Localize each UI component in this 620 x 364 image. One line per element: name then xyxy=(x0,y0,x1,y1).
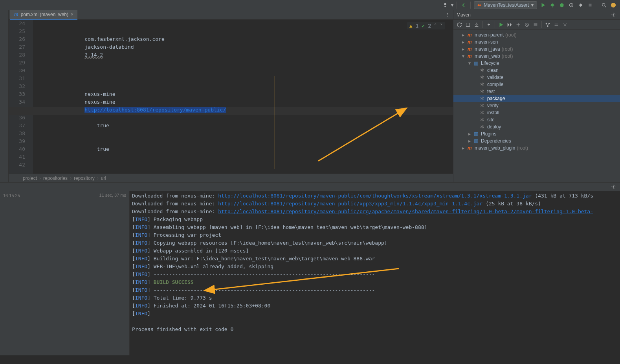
close-icon[interactable]: × xyxy=(71,12,73,17)
code-line[interactable] xyxy=(33,153,453,161)
console-line: [INFO] Processing war project xyxy=(132,231,618,239)
svg-rect-6 xyxy=(466,23,470,26)
chevron-up-icon[interactable]: ˄ xyxy=(434,23,437,29)
maven-tree-item[interactable]: ▸▥Plugins xyxy=(453,130,620,137)
code-line[interactable]: http://localhost:8081/repository/maven-p… xyxy=(33,106,453,114)
tree-label: compile xyxy=(487,82,503,87)
collapse-icon[interactable] xyxy=(553,21,560,28)
code-line[interactable] xyxy=(33,82,453,90)
show-deps-icon[interactable] xyxy=(544,21,551,28)
debug-icon[interactable] xyxy=(549,2,556,9)
code-line[interactable] xyxy=(33,161,453,169)
code-line[interactable] xyxy=(33,75,453,82)
breadcrumbs[interactable]: project›repositories›repository›url xyxy=(9,174,453,182)
console-line: [INFO] BUILD SUCCESS xyxy=(132,278,618,286)
console-line: [INFO] ---------------------------------… xyxy=(132,310,618,318)
tab-pom-xml[interactable]: m pom.xml (maven_web) × xyxy=(10,10,77,20)
hide-tool-icon[interactable]: — xyxy=(0,10,8,20)
maven-tree[interactable]: ▸mmaven-parent (root)▸mmaven-son▸mmaven_… xyxy=(453,30,620,182)
code-line[interactable] xyxy=(33,67,453,75)
breadcrumb-item[interactable]: repositories xyxy=(43,176,68,181)
toggle-icon[interactable] xyxy=(515,21,522,28)
stop-icon[interactable] xyxy=(587,2,594,9)
code-line[interactable] xyxy=(33,59,453,67)
svg-point-10 xyxy=(547,25,548,27)
vcs-icon[interactable] xyxy=(442,2,449,9)
maven-tree-item[interactable]: ▸▥Dependencies xyxy=(453,137,620,145)
console-line: [INFO] Finished at: 2024-01-16T15:25:03+… xyxy=(132,302,618,310)
maven-module-icon: m xyxy=(468,145,473,151)
console-output[interactable]: Downloaded from nexus-mine: http://local… xyxy=(130,191,620,355)
code-line[interactable] xyxy=(33,130,453,137)
code-line[interactable]: jackson-databind xyxy=(33,43,453,51)
gear-icon[interactable] xyxy=(610,11,617,18)
tree-label: site xyxy=(487,117,495,123)
chevron-down-icon[interactable]: ˅ xyxy=(440,23,443,29)
search-icon[interactable] xyxy=(600,2,607,9)
maven-tree-item[interactable]: ▸mmaven_web_plugin (root) xyxy=(453,145,620,152)
offline-icon[interactable] xyxy=(532,21,539,28)
tree-label: package xyxy=(487,96,505,101)
code-line[interactable]: 2.14.2 xyxy=(33,51,453,59)
tree-label: maven_web_plugin xyxy=(475,145,515,151)
settings-icon[interactable] xyxy=(561,21,569,28)
breadcrumb-item[interactable]: url xyxy=(101,176,106,181)
generate-icon[interactable] xyxy=(464,21,471,28)
attach-icon[interactable] xyxy=(577,2,584,9)
maven-tree-item[interactable]: ▸mmaven-son xyxy=(453,38,620,46)
console-line: [INFO] Building war: F:\idea_home\maven_… xyxy=(132,255,618,263)
run-icon[interactable] xyxy=(539,2,547,9)
svg-point-8 xyxy=(546,22,547,24)
maven-tree-item[interactable]: ▸mmaven_java (root) xyxy=(453,46,620,53)
profile-icon[interactable] xyxy=(568,2,575,9)
maven-tree-item[interactable]: ✲validate xyxy=(453,74,620,81)
ok-icon: ✔ xyxy=(422,23,425,29)
maven-tree-item[interactable]: ✲package xyxy=(453,95,620,102)
maven-tree-item[interactable]: ✲verify xyxy=(453,102,620,109)
maven-tree-item[interactable]: ✲test xyxy=(453,88,620,95)
gear-icon: ✲ xyxy=(480,89,486,94)
run-config-label: MavenTest.testAssert xyxy=(484,2,529,8)
run-goal-icon[interactable] xyxy=(497,21,504,28)
maven-tree-item[interactable]: ▾mmaven_web (root) xyxy=(453,53,620,60)
maven-tree-item[interactable]: ✲clean xyxy=(453,67,620,74)
reload-icon[interactable] xyxy=(456,21,463,28)
code-line[interactable]: true xyxy=(33,122,453,130)
svg-point-11 xyxy=(613,186,614,188)
code-line[interactable] xyxy=(33,137,453,145)
breadcrumb-item[interactable]: project xyxy=(23,176,37,181)
code-line[interactable]: nexus-mine xyxy=(33,98,453,106)
tree-label: test xyxy=(487,89,495,94)
code-line[interactable] xyxy=(33,20,453,27)
run-config-selector[interactable]: ⬌ MavenTest.testAssert ▾ xyxy=(474,1,537,9)
maven-tree-item[interactable]: ✲compile xyxy=(453,81,620,88)
code-line[interactable]: com.fasterxml.jackson.core xyxy=(33,35,453,43)
gear-icon: ✲ xyxy=(480,75,486,80)
editor-body[interactable]: 24252627282930313233343536373839404142 ▲… xyxy=(9,20,453,174)
svg-point-9 xyxy=(548,22,550,24)
code-line[interactable] xyxy=(33,114,453,122)
project-tool-stripe[interactable]: — xyxy=(0,10,9,182)
code-line[interactable] xyxy=(33,27,453,35)
maven-tree-item[interactable]: ✲install xyxy=(453,109,620,116)
coverage-icon[interactable] xyxy=(558,2,565,9)
code-line[interactable]: nexus-mine xyxy=(33,90,453,98)
inspection-widget[interactable]: ▲1 ✔2 ˄ ˅ xyxy=(407,22,445,29)
code-line[interactable]: true xyxy=(33,145,453,153)
maven-tree-item[interactable]: ✲deploy xyxy=(453,123,620,130)
add-icon[interactable]: + xyxy=(485,21,492,28)
maven-tree-item[interactable]: ✲site xyxy=(453,116,620,123)
skip-tests-icon[interactable] xyxy=(523,21,530,28)
maven-tree-item[interactable]: ▸mmaven-parent (root) xyxy=(453,31,620,38)
maven-title: Maven xyxy=(457,12,471,18)
download-icon[interactable] xyxy=(473,21,480,28)
tab-more-icon[interactable]: ⋮ xyxy=(445,12,450,18)
back-icon[interactable] xyxy=(460,2,467,9)
breadcrumb-item[interactable]: repository xyxy=(74,176,95,181)
run-tree[interactable]: 16 15:25 11 sec, 37 ms xyxy=(0,191,130,355)
maven-tree-item[interactable]: ▾▥Lifecycle xyxy=(453,60,620,67)
execute-icon[interactable] xyxy=(506,21,513,28)
avatar-icon[interactable] xyxy=(610,2,617,9)
run-settings-icon[interactable] xyxy=(610,183,617,190)
svg-point-4 xyxy=(611,2,616,7)
